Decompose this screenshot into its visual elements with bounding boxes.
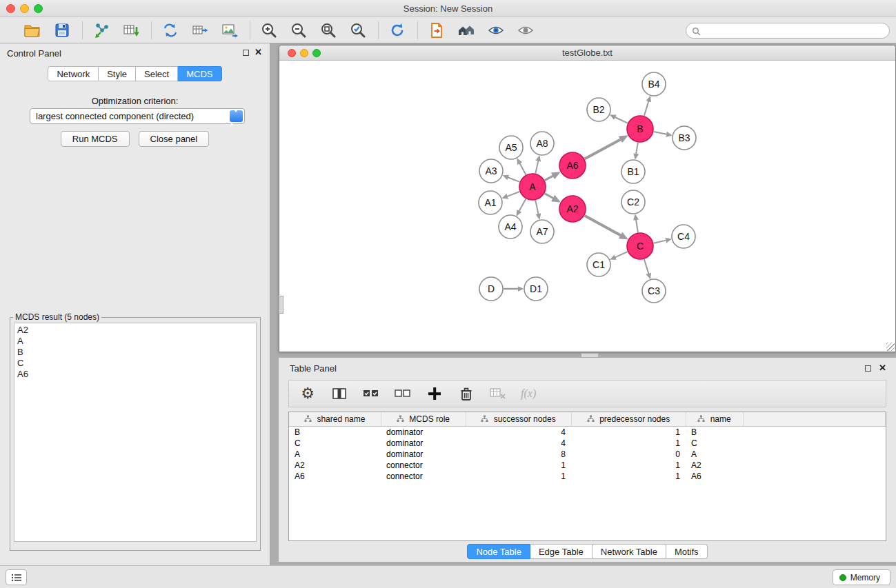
graph-node-A3[interactable]: A3 xyxy=(479,159,503,183)
search-input[interactable] xyxy=(703,24,884,37)
cell-shared-name[interactable]: A6 xyxy=(289,471,381,482)
export-image-button[interactable] xyxy=(218,19,241,41)
column-header-predecessor-nodes[interactable]: predecessor nodes xyxy=(571,412,686,426)
close-panel-button[interactable]: Close panel xyxy=(139,131,210,147)
close-panel-icon[interactable]: ✕ xyxy=(255,47,262,57)
tab-network-table[interactable]: Network Table xyxy=(593,544,666,559)
graph-edge-A-A6[interactable] xyxy=(545,176,553,180)
table-row[interactable]: B dominator 4 1 B xyxy=(289,426,886,438)
graph-node-A5[interactable]: A5 xyxy=(499,136,523,159)
graph-node-C3[interactable]: C3 xyxy=(642,279,666,303)
table-row[interactable]: A dominator 8 0 A xyxy=(289,449,886,460)
add-column-button[interactable] xyxy=(426,385,444,403)
zoom-fit-button[interactable] xyxy=(317,19,340,41)
eye-button[interactable] xyxy=(514,19,537,41)
graph-node-C4[interactable]: C4 xyxy=(672,225,695,248)
cell-mcds-role[interactable]: dominator xyxy=(381,426,466,438)
cell-mcds-role[interactable]: dominator xyxy=(381,449,466,460)
cell-predecessor-nodes[interactable]: 0 xyxy=(571,449,686,460)
cell-mcds-role[interactable]: dominator xyxy=(381,438,466,449)
graph-node-A4[interactable]: A4 xyxy=(499,215,522,239)
table-row[interactable]: A2 connector 1 1 A2 xyxy=(289,460,886,471)
column-header-successor-nodes[interactable]: successor nodes xyxy=(466,412,571,426)
tab-select[interactable]: Select xyxy=(136,66,178,81)
graph-node-A8[interactable]: A8 xyxy=(530,132,554,155)
window-resize-grip-icon[interactable] xyxy=(886,343,895,351)
save-session-button[interactable] xyxy=(50,19,74,41)
cell-mcds-role[interactable]: connector xyxy=(381,471,466,482)
mcds-result-item[interactable]: A2 xyxy=(14,325,256,336)
export-network-button[interactable] xyxy=(159,19,182,41)
graph-edge-A-A3[interactable] xyxy=(508,177,519,182)
graph-edge-C-C3[interactable] xyxy=(644,259,648,274)
cell-shared-name[interactable]: B xyxy=(289,426,381,438)
tab-network[interactable]: Network xyxy=(48,66,99,81)
cell-name[interactable]: A2 xyxy=(686,460,743,471)
graph-node-C1[interactable]: C1 xyxy=(587,253,610,276)
zoom-selected-button[interactable] xyxy=(346,19,370,41)
zoom-in-button[interactable] xyxy=(257,19,281,41)
cell-successor-nodes[interactable]: 1 xyxy=(466,471,571,482)
graph-node-A2[interactable]: A2 xyxy=(559,196,586,222)
network-window-titlebar[interactable]: testGlobe.txt xyxy=(279,45,895,61)
graph-node-A6[interactable]: A6 xyxy=(559,152,586,179)
graph-edge-A2-C[interactable] xyxy=(585,216,621,236)
network-canvas[interactable]: B4B2BB3A8A5A6A3B1AA1C2A2A4A7C4CC1C3DD1 xyxy=(279,61,895,352)
cell-predecessor-nodes[interactable]: 1 xyxy=(571,471,686,482)
splitter-handle[interactable] xyxy=(581,353,599,358)
graph-node-B1[interactable]: B1 xyxy=(621,160,645,183)
table-row[interactable]: A6 connector 1 1 A6 xyxy=(289,471,886,482)
graph-edge-C-C4[interactable] xyxy=(654,241,666,243)
graph-node-A1[interactable]: A1 xyxy=(479,191,502,214)
graph-node-B4[interactable]: B4 xyxy=(642,72,666,96)
graph-node-C[interactable]: C xyxy=(627,233,653,259)
graph-edge-C-C1[interactable] xyxy=(615,252,628,257)
cell-shared-name[interactable]: A xyxy=(289,449,381,460)
select-all-button[interactable] xyxy=(362,385,380,403)
cell-name[interactable]: C xyxy=(686,438,743,449)
insert-column-button[interactable] xyxy=(330,385,348,403)
graph-edge-B-B2[interactable] xyxy=(615,117,628,123)
cell-successor-nodes[interactable]: 1 xyxy=(466,460,571,471)
graph-node-B2[interactable]: B2 xyxy=(587,98,610,121)
open-file-button[interactable] xyxy=(425,19,448,41)
graph-node-A[interactable]: A xyxy=(519,174,546,200)
refresh-layout-button[interactable] xyxy=(386,19,409,41)
cell-mcds-role[interactable]: connector xyxy=(381,460,466,471)
graph-node-B3[interactable]: B3 xyxy=(673,126,696,150)
mcds-result-item[interactable]: A6 xyxy=(14,369,256,380)
cell-successor-nodes[interactable]: 8 xyxy=(466,449,571,460)
cell-successor-nodes[interactable]: 4 xyxy=(466,438,571,449)
cell-name[interactable]: A xyxy=(686,449,743,460)
graph-edge-A-A7[interactable] xyxy=(535,201,538,214)
graph-edge-B-B4[interactable] xyxy=(644,101,648,116)
splitter-handle[interactable] xyxy=(279,296,283,314)
run-mcds-button[interactable]: Run MCDS xyxy=(61,131,130,147)
cell-successor-nodes[interactable]: 4 xyxy=(466,426,571,438)
tab-edge-table[interactable]: Edge Table xyxy=(530,544,593,559)
show-panels-button[interactable] xyxy=(6,569,27,585)
column-header-shared-name[interactable]: shared name xyxy=(289,412,381,426)
delete-column-button[interactable] xyxy=(457,385,475,403)
memory-button[interactable]: Memory xyxy=(833,569,890,585)
delete-table-button[interactable] xyxy=(489,385,507,403)
graph-node-C2[interactable]: C2 xyxy=(621,190,645,214)
graph-edge-C-C2[interactable] xyxy=(636,220,638,233)
close-panel-icon[interactable]: ✕ xyxy=(879,363,886,373)
tab-motifs[interactable]: Motifs xyxy=(666,544,708,559)
paint-details-button[interactable] xyxy=(484,19,508,41)
cell-predecessor-nodes[interactable]: 1 xyxy=(571,460,686,471)
cell-predecessor-nodes[interactable]: 1 xyxy=(571,438,686,449)
mcds-result-item[interactable]: C xyxy=(14,358,256,369)
open-session-button[interactable] xyxy=(21,19,44,41)
zoom-out-button[interactable] xyxy=(287,19,310,41)
function-builder-button[interactable]: f(x) xyxy=(521,385,536,403)
cell-shared-name[interactable]: C xyxy=(289,438,381,449)
network-graph[interactable]: B4B2BB3A8A5A6A3B1AA1C2A2A4A7C4CC1C3DD1 xyxy=(279,61,895,352)
graph-edge-A6-B[interactable] xyxy=(585,139,621,159)
graph-edge-A-A4[interactable] xyxy=(519,199,526,212)
table-settings-button[interactable]: ⚙ xyxy=(299,385,317,403)
tab-style[interactable]: Style xyxy=(99,66,136,81)
graph-node-D[interactable]: D xyxy=(479,277,503,301)
import-table-button[interactable] xyxy=(119,19,143,41)
